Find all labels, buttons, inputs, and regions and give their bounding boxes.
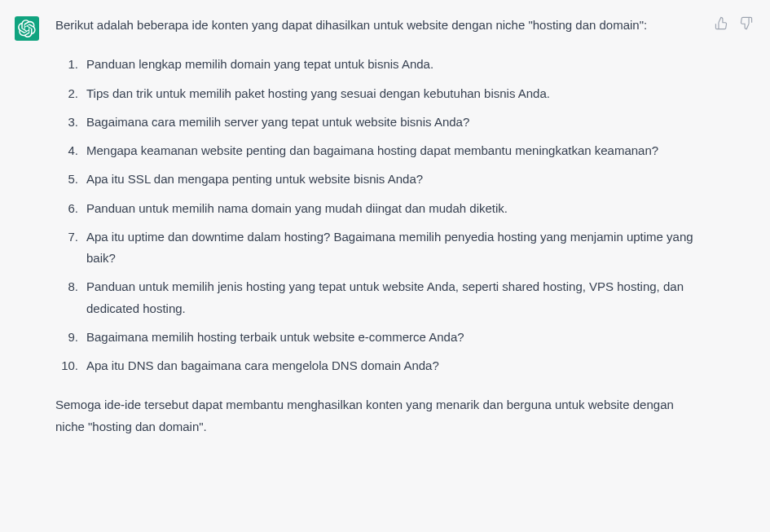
list-item: Bagaimana memilih hosting terbaik untuk …: [55, 327, 705, 348]
list-item-text: Apa itu SSL dan mengapa penting untuk we…: [86, 169, 705, 190]
list-item-text: Panduan untuk memilih nama domain yang m…: [86, 198, 705, 219]
list-item: Panduan untuk memilih nama domain yang m…: [55, 198, 705, 219]
list-item-text: Bagaimana memilih hosting terbaik untuk …: [86, 327, 705, 348]
list-item-text: Mengapa keamanan website penting dan bag…: [86, 140, 705, 161]
list-item-text: Bagaimana cara memilih server yang tepat…: [86, 112, 705, 133]
list-item-text: Panduan lengkap memilih domain yang tepa…: [86, 54, 705, 75]
list-item: Tips dan trik untuk memilih paket hostin…: [55, 83, 705, 104]
thumbs-down-button[interactable]: [737, 15, 754, 31]
list-item: Apa itu SSL dan mengapa penting untuk we…: [55, 169, 705, 190]
list-item-text: Apa itu DNS dan bagaimana cara mengelola…: [86, 355, 705, 376]
list-item-text: Panduan untuk memilih jenis hosting yang…: [86, 276, 705, 319]
thumbs-up-button[interactable]: [713, 15, 729, 31]
outro-paragraph: Semoga ide-ide tersebut dapat membantu m…: [55, 394, 705, 437]
feedback-buttons: [713, 15, 754, 31]
intro-paragraph: Berikut adalah beberapa ide konten yang …: [55, 15, 705, 36]
list-item: Panduan untuk memilih jenis hosting yang…: [55, 276, 705, 319]
assistant-avatar: [15, 16, 39, 41]
list-item: Panduan lengkap memilih domain yang tepa…: [55, 54, 705, 75]
list-item: Bagaimana cara memilih server yang tepat…: [55, 112, 705, 133]
list-item: Apa itu uptime dan downtime dalam hostin…: [55, 226, 705, 270]
thumbs-up-icon: [715, 16, 728, 30]
assistant-logo-icon: [18, 20, 36, 37]
message-content: Berikut adalah beberapa ide konten yang …: [55, 15, 750, 437]
list-item-text: Apa itu uptime dan downtime dalam hostin…: [86, 226, 705, 270]
idea-list: Panduan lengkap memilih domain yang tepa…: [55, 54, 705, 376]
list-item: Mengapa keamanan website penting dan bag…: [55, 140, 705, 161]
thumbs-down-icon: [739, 16, 753, 30]
list-item: Apa itu DNS dan bagaimana cara mengelola…: [55, 355, 705, 376]
assistant-message: Berikut adalah beberapa ide konten yang …: [0, 0, 770, 459]
list-item-text: Tips dan trik untuk memilih paket hostin…: [86, 83, 705, 104]
